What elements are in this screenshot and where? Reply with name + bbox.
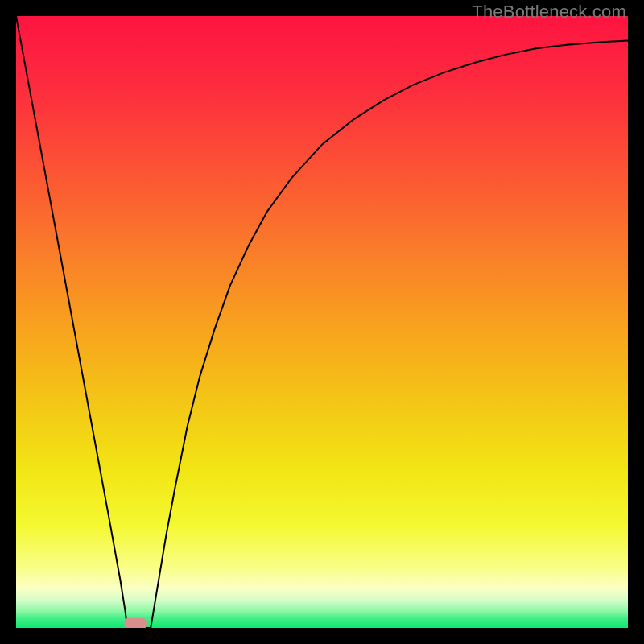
bottleneck-chart	[16, 16, 628, 628]
chart-frame	[16, 16, 628, 628]
floor-marker	[125, 618, 147, 628]
watermark-text: TheBottleneck.com	[472, 2, 626, 23]
chart-background	[16, 16, 628, 628]
